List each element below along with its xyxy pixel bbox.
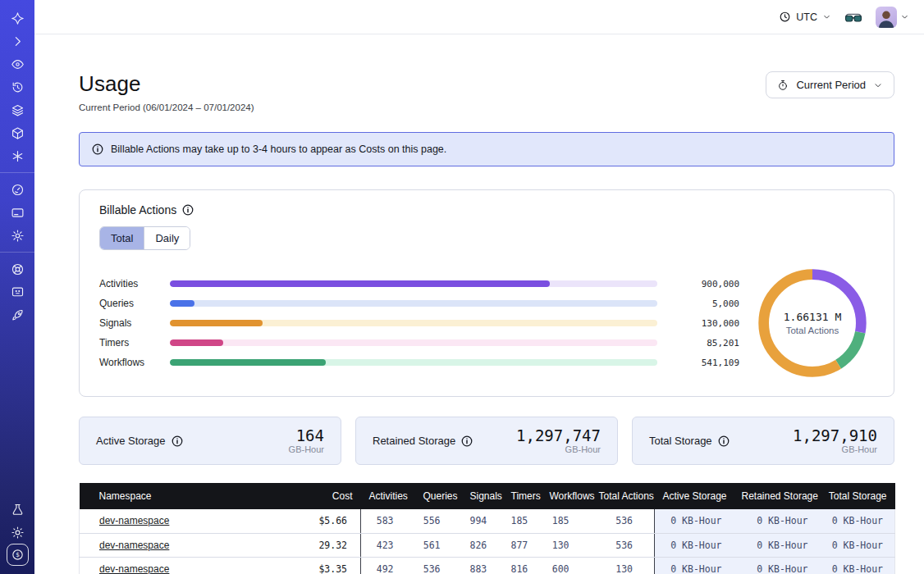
signals-cell: 883 [462,557,503,574]
storage-value: 164 [289,427,324,444]
rocket-icon[interactable] [6,303,29,326]
column-header-cost: Cost [289,483,361,509]
goggles-icon[interactable] [844,10,862,25]
gear-icon[interactable] [6,224,29,247]
billable-actions-card: Billable Actions Total Daily Activities9… [79,189,894,397]
namespace-cell: dev-namespace [80,557,289,574]
total-actions-cell: 536 [591,509,655,533]
retained-storage-card: Retained Storage 1,297,747 GB-Hour [355,417,618,465]
queries-cell: 536 [415,557,462,574]
chevron-down-icon [822,12,831,21]
sidebar: $ [0,0,34,574]
bar-fill [170,280,550,287]
info-icon[interactable] [718,435,730,447]
retained-storage-cell: 0 KB-Hour [734,557,820,574]
topbar: UTC [34,0,924,34]
period-selector-label: Current Period [796,79,866,91]
table-body: dev-namespace$5.665835569941851855360 KB… [80,509,895,574]
timers-cell: 877 [503,533,542,557]
total-storage-cell: 0 KB-Hour [820,533,895,557]
namespace-link[interactable]: dev-namespace [99,563,169,574]
banner-text: Billable Actions may take up to 3-4 hour… [111,144,446,155]
chevron-down-icon [873,80,883,90]
cost-cell: $3.35 [289,557,361,574]
total-actions-label: Total Actions [784,326,841,335]
total-storage-card: Total Storage 1,297,910 GB-Hour [632,417,894,465]
stopwatch-icon [777,80,789,91]
tab-daily[interactable]: Daily [144,227,190,249]
history-icon[interactable] [6,75,29,98]
page-header: Usage Current Period (06/01/2024 – 07/01… [79,71,894,112]
tab-total[interactable]: Total [100,227,144,249]
credit-card-icon[interactable] [6,201,29,224]
bar-label: Timers [99,337,158,348]
cost-cell: 29.32 [289,533,361,557]
queries-cell: 561 [415,533,462,557]
sidebar-divider [0,172,34,173]
queries-cell: 556 [415,509,462,533]
namespace-link[interactable]: dev-namespace [99,540,169,551]
info-icon[interactable] [182,204,194,216]
info-icon[interactable] [461,435,473,447]
bar-track [170,300,657,307]
info-banner: Billable Actions may take up to 3-4 hour… [79,132,894,166]
workflows-cell: 185 [542,509,591,533]
billable-actions-chart: Activities900,000Queries5,000Signals130,… [99,265,874,381]
table-row: dev-namespace$5.665835569941851855360 KB… [80,509,895,533]
dollar-icon[interactable]: $ [7,544,29,566]
period-selector-button[interactable]: Current Period [766,71,894,98]
layers-icon[interactable] [6,98,29,121]
total-storage-cell: 0 KB-Hour [820,509,895,533]
storage-value: 1,297,910 [793,427,877,444]
lifebuoy-icon[interactable] [6,257,29,280]
bar-track [170,320,657,326]
monitor-icon[interactable] [6,280,29,303]
asterisk-icon[interactable] [6,144,29,167]
column-header-workflows: Workflows [542,483,591,509]
user-menu[interactable] [876,7,909,28]
avatar [876,7,897,28]
table-row: dev-namespace$3.354925368838166001300 KB… [80,557,895,574]
bar-row-activities: Activities900,000 [99,274,739,294]
info-icon[interactable] [172,435,183,447]
namespace-cell: dev-namespace [80,533,289,557]
eye-icon[interactable] [6,52,29,75]
namespace-link[interactable]: dev-namespace [99,515,169,526]
column-header-retained-storage: Retained Storage [734,483,820,509]
page-title: Usage [79,71,254,97]
active-storage-cell: 0 KB-Hour [655,533,734,557]
billable-actions-title: Billable Actions [99,203,874,216]
bar-row-signals: Signals130,000 [99,313,739,333]
retained-storage-cell: 0 KB-Hour [734,509,820,533]
page-subtitle: Current Period (06/01/2024 – 07/01/2024) [79,102,254,112]
activities-cell: 583 [361,509,415,533]
table-header-row: NamespaceCostActivitiesQueriesSignalsTim… [80,483,895,509]
flask-icon[interactable] [6,498,29,521]
chevron-right-icon[interactable] [6,30,29,52]
usage-page: $ UTC Usage Current Period (06/01/2024 [0,0,924,574]
bar-fill [170,339,223,346]
bar-fill [170,359,326,366]
storage-value: 1,297,747 [516,427,601,444]
bar-fill [170,320,263,326]
timezone-selector[interactable]: UTC [779,11,831,23]
column-header-active-storage: Active Storage [655,483,734,509]
bar-track [170,339,657,346]
activities-cell: 492 [361,557,415,574]
bar-value: 5,000 [669,298,739,309]
sun-icon[interactable] [6,521,29,544]
gauge-icon[interactable] [6,178,29,201]
table-row: dev-namespace29.324235618268771305360 KB… [80,533,895,557]
workflows-cell: 600 [542,557,591,574]
storage-card-label: Active Storage [96,435,183,447]
info-icon [92,144,103,155]
logo-icon[interactable] [6,7,29,30]
active-storage-card: Active Storage 164 GB-Hour [79,417,341,465]
cube-icon[interactable] [6,121,29,144]
bar-value: 85,201 [669,338,739,348]
column-header-namespace: Namespace [80,483,289,509]
bar-fill [170,300,194,307]
bar-row-queries: Queries5,000 [99,294,739,313]
total-actions-donut: 1.66131 M Total Actions [751,265,874,381]
view-toggle: Total Daily [99,226,190,250]
